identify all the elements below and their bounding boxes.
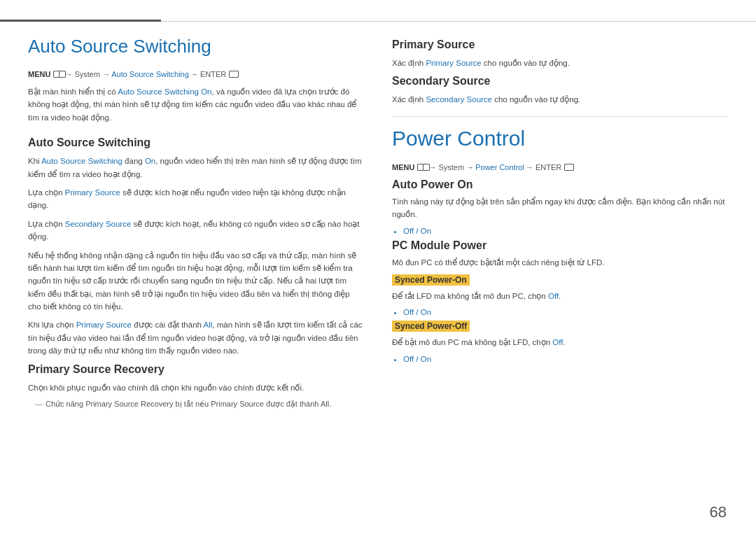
auto-source-para5: Khi lựa chọn Primary Source được cài đặt… <box>28 318 364 357</box>
left-menu-path: MENU → System → Auto Source Switching → … <box>28 70 364 78</box>
synced-power-on-text: Để tắt LFD mà không tắt mô đun PC, chọn … <box>392 290 728 302</box>
page-number: 68 <box>710 503 727 521</box>
secondary-source-text: Xác định Secondary Source cho nguồn vào … <box>392 93 728 106</box>
auto-source-para3: Lựa chọn Secondary Source sẽ được kích h… <box>28 218 364 244</box>
auto-source-para2: Lựa chọn Primary Source sẽ được kích hoạ… <box>28 186 364 212</box>
section-title-auto-source: Auto Source Switching <box>28 136 364 149</box>
synced-power-off-option: Off / On <box>403 355 728 363</box>
synced-power-on-options: Off / On <box>403 308 728 316</box>
right-menu-path: MENU → System → Power Control → ENTER <box>392 163 728 171</box>
synced-power-off-label: Synced Power-Off <box>392 321 470 332</box>
right-column: Primary Source Xác định Primary Source c… <box>392 36 728 520</box>
pc-module-text: Mô đun PC có thể được bật/tắt một cách r… <box>392 256 728 269</box>
synced-power-off-options: Off / On <box>403 355 728 363</box>
primary-recovery-note: ― Chức năng Primary Source Recovery bị t… <box>35 400 364 409</box>
section-title-pc-module: PC Module Power <box>392 239 728 252</box>
power-control-title: Power Control <box>392 127 728 150</box>
left-column: Auto Source Switching MENU → System → Au… <box>28 36 364 520</box>
synced-power-off-text: Để bật mô đun PC mà không bật LFD, chọn … <box>392 336 728 349</box>
primary-source-text: Xác định Primary Source cho nguồn vào tự… <box>392 57 728 69</box>
auto-source-para1: Khi Auto Source Switching đang On, nguồn… <box>28 155 364 181</box>
synced-power-on-label: Synced Power-On <box>392 274 470 286</box>
section-title-auto-power: Auto Power On <box>392 178 728 191</box>
auto-power-text: Tính năng này tự động bật trên sản phẩm … <box>392 195 728 221</box>
section-title-primary-recovery: Primary Source Recovery <box>28 363 364 376</box>
auto-power-option: Off / On <box>403 227 728 235</box>
primary-recovery-text: Chọn khôi phục nguồn vào chính đã chọn k… <box>28 381 364 394</box>
left-intro: Bật màn hình hiển thị có Auto Source Swi… <box>28 85 364 124</box>
section-title-secondary-source: Secondary Source <box>392 75 728 87</box>
top-divider <box>0 0 756 22</box>
left-main-title: Auto Source Switching <box>28 36 364 57</box>
section-title-primary-source: Primary Source <box>392 38 728 51</box>
right-divider <box>392 116 728 117</box>
auto-power-options: Off / On <box>403 227 728 235</box>
auto-source-para4: Nếu hệ thống không nhận dạng cả nguồn tí… <box>28 249 364 314</box>
synced-power-on-option: Off / On <box>403 308 728 316</box>
